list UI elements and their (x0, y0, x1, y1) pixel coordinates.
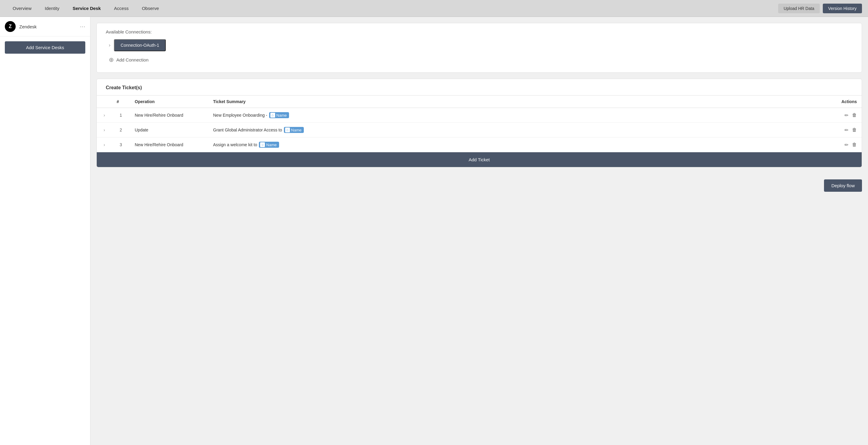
tickets-section: Create Ticket(s) # Operation Ticket Summ… (96, 79, 862, 167)
row-actions-cell: ✏ 🗑 (731, 123, 862, 138)
deploy-flow-button[interactable]: Deploy flow (824, 179, 862, 192)
col-actions: Actions (731, 95, 862, 108)
nav-service-desk[interactable]: Service Desk (66, 0, 107, 17)
row-operation: New Hire/Rehire Onboard (130, 138, 208, 152)
name-tag-icon: ◇ (270, 113, 275, 118)
top-nav: Overview Identity Service Desk Access Ob… (0, 0, 868, 17)
nav-access[interactable]: Access (107, 0, 135, 17)
col-expand (97, 95, 112, 108)
add-connection-row[interactable]: ⊕ Add Connection (106, 56, 852, 63)
version-history-button[interactable]: Version History (823, 4, 862, 13)
edit-button[interactable]: ✏ (844, 142, 848, 148)
delete-button[interactable]: 🗑 (852, 127, 857, 132)
name-tag-label: Name (276, 113, 287, 118)
name-tag[interactable]: ◇ Name (284, 127, 304, 133)
tickets-section-title: Create Ticket(s) (97, 79, 862, 95)
row-summary: Grant Global Administrator Access to ◇ N… (208, 123, 731, 138)
add-connection-icon: ⊕ (109, 56, 114, 63)
table-header-row: # Operation Ticket Summary Actions (97, 95, 862, 108)
col-operation: Operation (130, 95, 208, 108)
edit-button[interactable]: ✏ (844, 127, 848, 133)
col-number: # (112, 95, 130, 108)
nav-overview[interactable]: Overview (6, 0, 38, 17)
row-summary: Assign a welcome kit to ◇ Name (208, 138, 731, 152)
sidebar-app-name: Zendesk (19, 24, 80, 29)
chevron-right-icon: › (109, 42, 110, 48)
name-tag-label: Name (291, 128, 302, 132)
name-tag-label: Name (266, 143, 277, 147)
connections-section: Available Connections: › Connection-OAut… (96, 23, 862, 73)
summary-text: Grant Global Administrator Access to (213, 127, 282, 132)
layout: Z Zendesk ⋯ Add Service Desks Available … (0, 17, 868, 445)
summary-text: Assign a welcome kit to (213, 142, 257, 147)
summary-text: New Employee Onboarding - (213, 113, 267, 118)
row-operation: New Hire/Rehire Onboard (130, 108, 208, 123)
delete-button[interactable]: 🗑 (852, 142, 857, 147)
row-chevron-icon[interactable]: › (104, 127, 105, 132)
row-expand-cell[interactable]: › (97, 123, 112, 138)
nav-observe[interactable]: Observe (135, 0, 166, 17)
edit-button[interactable]: ✏ (844, 113, 848, 118)
upload-hr-data-button[interactable]: Upload HR Data (778, 4, 820, 13)
row-actions-cell: ✏ 🗑 (731, 108, 862, 123)
name-tag[interactable]: ◇ Name (269, 112, 289, 118)
nav-actions: Upload HR Data Version History (778, 4, 862, 13)
tickets-table: # Operation Ticket Summary Actions › 1 N… (97, 95, 862, 152)
row-number: 1 (112, 108, 130, 123)
row-expand-cell[interactable]: › (97, 138, 112, 152)
col-ticket-summary: Ticket Summary (208, 95, 731, 108)
row-expand-cell[interactable]: › (97, 108, 112, 123)
sidebar-zendesk-item[interactable]: Z Zendesk ⋯ (0, 17, 90, 36)
add-service-desks-button[interactable]: Add Service Desks (5, 41, 85, 54)
oauth-connection-button[interactable]: Connection-OAuth-1 (114, 39, 166, 51)
table-row: › 3 New Hire/Rehire Onboard Assign a wel… (97, 138, 862, 152)
delete-button[interactable]: 🗑 (852, 113, 857, 118)
row-chevron-icon[interactable]: › (104, 113, 105, 118)
nav-items: Overview Identity Service Desk Access Ob… (6, 0, 778, 17)
zendesk-logo: Z (5, 21, 16, 32)
add-ticket-button[interactable]: Add Ticket (97, 152, 862, 167)
deploy-area: Deploy flow (90, 173, 868, 198)
name-tag-icon: ◇ (260, 142, 265, 147)
available-connections-title: Available Connections: (106, 29, 852, 34)
more-options-icon[interactable]: ⋯ (80, 23, 85, 30)
row-summary: New Employee Onboarding - ◇ Name (208, 108, 731, 123)
nav-identity[interactable]: Identity (38, 0, 66, 17)
row-chevron-icon[interactable]: › (104, 142, 105, 147)
sidebar: Z Zendesk ⋯ Add Service Desks (0, 17, 90, 445)
row-number: 3 (112, 138, 130, 152)
table-row: › 1 New Hire/Rehire Onboard New Employee… (97, 108, 862, 123)
add-connection-label: Add Connection (116, 57, 149, 62)
name-tag[interactable]: ◇ Name (259, 142, 279, 148)
main-content: Available Connections: › Connection-OAut… (90, 17, 868, 445)
connection-row: › Connection-OAuth-1 (106, 39, 852, 51)
row-actions-cell: ✏ 🗑 (731, 138, 862, 152)
table-row: › 2 Update Grant Global Administrator Ac… (97, 123, 862, 138)
name-tag-icon: ◇ (285, 127, 290, 132)
row-number: 2 (112, 123, 130, 138)
row-operation: Update (130, 123, 208, 138)
